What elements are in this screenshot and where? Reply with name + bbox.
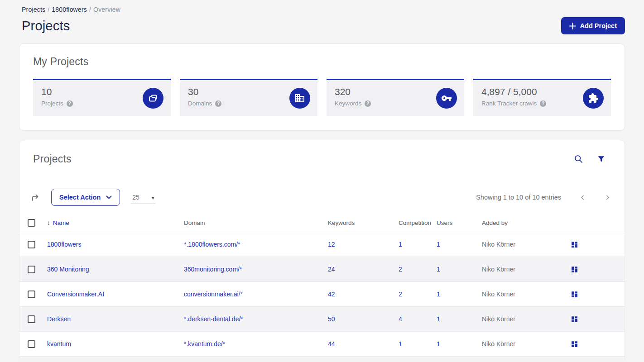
dropdown-arrow-icon: [152, 194, 154, 201]
export-arrow-icon[interactable]: [30, 192, 40, 202]
users-count[interactable]: 1: [437, 291, 482, 298]
page-title: Projects: [22, 19, 70, 33]
breadcrumb-1800flowers[interactable]: 1800flowers: [52, 6, 87, 13]
column-header-name[interactable]: ↓ Name: [47, 219, 184, 226]
project-name-link[interactable]: 360 Monitoring: [47, 266, 184, 273]
project-domain-link[interactable]: *.1800flowers.com/*: [184, 241, 328, 248]
competition-count[interactable]: 4: [399, 315, 437, 323]
page-header: Projects Add Project: [22, 17, 625, 34]
puzzle-icon: [583, 88, 604, 109]
pagination-next-button[interactable]: [604, 194, 611, 201]
project-domain-link[interactable]: *.kvantum.de/*: [184, 340, 328, 348]
table-row: Derksen *.derksen-dental.de/* 50 4 1 Nik…: [19, 307, 625, 332]
row-checkbox[interactable]: [28, 340, 35, 348]
project-name-link[interactable]: Conversionmaker.AI: [47, 291, 184, 298]
project-name-link[interactable]: kvantum: [47, 340, 184, 348]
page-size-value: 25: [132, 194, 139, 201]
sort-desc-icon: ↓: [47, 219, 50, 226]
column-header-added-by[interactable]: Added by: [482, 219, 571, 226]
select-action-label: Select Action: [59, 194, 101, 201]
users-count[interactable]: 1: [437, 266, 482, 273]
pagination-prev-button[interactable]: [579, 194, 586, 201]
added-by: Niko Körner: [482, 315, 571, 323]
table-row: 1800flowers *.1800flowers.com/* 12 1 1 N…: [19, 232, 625, 257]
column-header-keywords[interactable]: Keywords: [328, 219, 399, 226]
stat-tile-projects: 10 Projects ?: [33, 79, 171, 116]
users-count[interactable]: 1: [437, 241, 482, 248]
users-count[interactable]: 1: [437, 340, 482, 348]
dashboard-icon[interactable]: [571, 266, 578, 273]
plus-icon: [569, 23, 576, 29]
competition-count[interactable]: 2: [399, 291, 437, 298]
added-by: Niko Körner: [482, 291, 571, 298]
breadcrumb-separator: /: [89, 6, 91, 13]
added-by: Niko Körner: [482, 266, 571, 273]
project-domain-link[interactable]: conversionmaker.ai/*: [184, 291, 328, 298]
table-body: 1800flowers *.1800flowers.com/* 12 1 1 N…: [19, 232, 625, 362]
row-checkbox[interactable]: [28, 315, 35, 323]
project-name-link[interactable]: 1800flowers: [47, 241, 184, 248]
column-header-users[interactable]: Users: [437, 219, 482, 226]
keywords-count[interactable]: 50: [328, 315, 399, 323]
help-icon[interactable]: ?: [365, 100, 371, 107]
project-domain-link[interactable]: *.derksen-dental.de/*: [184, 315, 328, 323]
breadcrumb: Projects/1800flowers/Overview: [22, 6, 625, 13]
select-all-checkbox[interactable]: [28, 219, 35, 227]
stat-label: Rank Tracker crawls: [481, 100, 537, 107]
help-icon[interactable]: ?: [67, 100, 73, 107]
competition-count[interactable]: 1: [399, 241, 437, 248]
dashboard-icon[interactable]: [571, 315, 578, 323]
dashboard-icon[interactable]: [571, 241, 578, 248]
project-domain-link[interactable]: 360monitoring.com/*: [184, 266, 328, 273]
competition-count[interactable]: 2: [399, 266, 437, 273]
stat-label: Projects: [41, 100, 63, 107]
keywords-count[interactable]: 12: [328, 241, 399, 248]
page-size-select[interactable]: 25: [131, 191, 155, 204]
building-icon: [289, 88, 310, 109]
help-icon[interactable]: ?: [215, 100, 221, 107]
key-icon: [436, 88, 457, 109]
project-name-link[interactable]: Derksen: [47, 315, 184, 323]
column-header-domain[interactable]: Domain: [184, 219, 328, 226]
row-checkbox[interactable]: [28, 291, 35, 298]
added-by: Niko Körner: [482, 340, 571, 348]
table-toolbar: Select Action 25 Showing 1 to 10 of 10 e…: [19, 189, 625, 206]
keywords-count[interactable]: 44: [328, 340, 399, 348]
showing-entries-text: Showing 1 to 10 of 10 entries: [476, 194, 561, 201]
projects-table-card: Projects Select Action: [19, 140, 625, 362]
stat-tiles: 10 Projects ? 30 Domains ?: [33, 79, 611, 116]
my-projects-title: My Projects: [33, 56, 611, 68]
stat-label: Domains: [188, 100, 212, 107]
topbar: Projects/1800flowers/Overview Projects A…: [0, 0, 644, 34]
table-row: Conversionmaker.AI conversionmaker.ai/* …: [19, 282, 625, 307]
breadcrumb-overview: Overview: [93, 6, 120, 13]
keywords-count[interactable]: 24: [328, 266, 399, 273]
projects-stack-icon: [143, 88, 163, 109]
breadcrumb-separator: /: [48, 6, 49, 13]
select-action-dropdown[interactable]: Select Action: [51, 189, 120, 206]
column-header-competition[interactable]: Competition: [399, 219, 437, 226]
table-header-row: ↓ Name Domain Keywords Competition Users…: [19, 214, 625, 232]
breadcrumb-projects[interactable]: Projects: [22, 6, 45, 13]
stat-tile-domains: 30 Domains ?: [180, 79, 317, 116]
keywords-count[interactable]: 42: [328, 291, 399, 298]
users-count[interactable]: 1: [437, 315, 482, 323]
add-project-button[interactable]: Add Project: [561, 17, 625, 34]
help-icon[interactable]: ?: [540, 100, 546, 107]
dashboard-icon[interactable]: [571, 291, 578, 298]
stat-tile-rank-tracker: 4,897 / 5,000 Rank Tracker crawls ?: [473, 79, 611, 116]
added-by: Niko Körner: [482, 241, 571, 248]
row-checkbox[interactable]: [28, 266, 35, 273]
stat-label: Keywords: [335, 100, 361, 107]
dashboard-icon[interactable]: [571, 340, 578, 348]
search-icon[interactable]: [574, 154, 583, 164]
filter-icon[interactable]: [597, 155, 606, 163]
my-projects-card: My Projects 10 Projects ? 30 Domains ?: [19, 43, 625, 131]
row-checkbox[interactable]: [28, 241, 35, 248]
add-project-label: Add Project: [580, 22, 617, 29]
competition-count[interactable]: 1: [399, 340, 437, 348]
chevron-down-icon: [106, 195, 112, 200]
stat-tile-keywords: 320 Keywords ?: [327, 79, 464, 116]
table-row: kvantum *.kvantum.de/* 44 1 1 Niko Körne…: [19, 332, 625, 357]
table-row: 360 Monitoring 360monitoring.com/* 24 2 …: [19, 257, 625, 282]
